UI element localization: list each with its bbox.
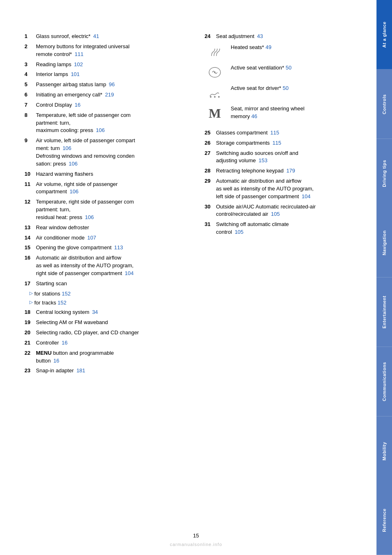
- entry-text-14: Air conditioner mode 107: [36, 234, 180, 242]
- entry-6: 6 Initiating an emergency call* 219: [24, 91, 180, 99]
- entry-text-10: Hazard warning flashers: [36, 170, 180, 178]
- entry-text-20: Selecting radio, CD player, and CD chang…: [36, 329, 180, 337]
- entry-text-13: Rear window defroster: [36, 224, 180, 232]
- entry-15: 15 Opening the glove compartment 113: [24, 244, 180, 252]
- entry-11: 11 Air volume, right side of passengerco…: [24, 181, 180, 196]
- page-ref-25[interactable]: 115: [270, 130, 279, 136]
- entry-text-1: Glass sunroof, electric* 41: [36, 33, 180, 40]
- entry-num-14: 14: [24, 234, 36, 242]
- entry-29: 29 Automatic air distribution and airflo…: [205, 177, 360, 201]
- entry-text-15: Opening the glove compartment 113: [36, 244, 180, 252]
- svg-point-3: [214, 96, 216, 98]
- entry-num-5: 5: [24, 81, 36, 89]
- sidebar-tab-entertainment[interactable]: Entertainment: [376, 278, 392, 347]
- page-ref-17a[interactable]: 152: [62, 291, 71, 297]
- page-ref-3[interactable]: 102: [74, 61, 83, 67]
- page-ref-active-vent[interactable]: 50: [285, 65, 291, 71]
- entry-13: 13 Rear window defroster: [24, 224, 180, 232]
- entry-1: 1 Glass sunroof, electric* 41: [24, 33, 180, 40]
- page-ref-22[interactable]: 16: [53, 358, 59, 364]
- active-vent-icon: [205, 64, 225, 80]
- sidebar-tab-navigation[interactable]: Navigation: [376, 208, 392, 278]
- sub-entry-17a: ▷ for stations 152: [29, 290, 180, 298]
- sub-text-17a: for stations 152: [34, 290, 71, 298]
- entry-num-26: 26: [205, 139, 216, 147]
- page-ref-15[interactable]: 113: [114, 244, 123, 251]
- svg-point-2: [210, 96, 212, 98]
- entry-text-27: Switching audio sources on/off andadjust…: [216, 150, 360, 165]
- sidebar-tab-at-a-glance[interactable]: At a glance: [376, 0, 392, 69]
- entry-4: 4 Interior lamps 101: [24, 71, 180, 78]
- page-ref-9b[interactable]: 106: [69, 161, 78, 167]
- arrow-icon-17a: ▷: [29, 290, 33, 298]
- heated-seats-text: Heated seats* 49: [231, 44, 360, 51]
- page-ref-12[interactable]: 106: [85, 214, 94, 220]
- entry-text-18: Central locking system 34: [36, 309, 180, 316]
- entry-5: 5 Passenger airbag status lamp 96: [24, 81, 180, 89]
- memory-text: Seat, mirror and steering wheelmemory 46: [231, 105, 360, 121]
- page-ref-4[interactable]: 101: [71, 71, 80, 77]
- page-ref-29[interactable]: 104: [302, 193, 311, 199]
- page-ref-24[interactable]: 43: [257, 33, 263, 39]
- page-ref-17b[interactable]: 152: [58, 300, 67, 306]
- page-ref-2[interactable]: 111: [75, 51, 84, 57]
- entry-2: 2 Memory buttons for integrated universa…: [24, 43, 180, 58]
- entry-18: 18 Central locking system 34: [24, 309, 180, 316]
- sidebar-tab-communications[interactable]: Communications: [376, 347, 392, 416]
- entry-25: 25 Glasses compartment 115: [205, 129, 360, 137]
- entry-3: 3 Reading lamps 102: [24, 61, 180, 69]
- entry-14: 14 Air conditioner mode 107: [24, 234, 180, 242]
- page-ref-26[interactable]: 115: [272, 140, 281, 146]
- entry-text-29: Automatic air distribution and airflowas…: [216, 177, 360, 201]
- sidebar: At a glance Controls Driving tips Naviga…: [376, 0, 392, 555]
- entry-8: 8 Temperature, left side of passenger co…: [24, 112, 180, 135]
- sidebar-tab-driving-tips[interactable]: Driving tips: [376, 139, 392, 208]
- page-ref-8[interactable]: 106: [96, 127, 105, 133]
- entry-text-22: MENU button and programmablebutton 16: [36, 349, 180, 365]
- page-ref-18[interactable]: 34: [92, 309, 98, 315]
- entry-24: 24 Seat adjustment 43: [205, 33, 360, 40]
- sidebar-tab-mobility[interactable]: Mobility: [376, 416, 392, 486]
- left-column: 1 Glass sunroof, electric* 41 2 Memory b…: [24, 33, 188, 530]
- entry-num-30: 30: [205, 203, 216, 219]
- entry-16: 16 Automatic air distribution and airflo…: [24, 254, 180, 278]
- entry-9: 9 Air volume, left side of passenger com…: [24, 137, 180, 168]
- page-ref-7[interactable]: 16: [75, 102, 80, 108]
- page-ref-6[interactable]: 219: [105, 92, 114, 98]
- icon-row-memory: M Seat, mirror and steering wheelmemory …: [205, 105, 360, 121]
- page-ref-11[interactable]: 106: [69, 188, 78, 195]
- page-ref-31[interactable]: 105: [235, 229, 244, 235]
- page-ref-14[interactable]: 107: [87, 235, 96, 241]
- sidebar-tab-controls[interactable]: Controls: [376, 69, 392, 139]
- entry-num-23: 23: [24, 367, 36, 375]
- page-ref-27[interactable]: 153: [258, 157, 267, 163]
- entry-num-13: 13: [24, 224, 36, 232]
- sub-text-17b: for tracks 152: [34, 299, 67, 307]
- entry-text-9: Air volume, left side of passenger compa…: [36, 137, 180, 168]
- page-ref-memory[interactable]: 46: [252, 113, 257, 119]
- entry-num-28: 28: [205, 167, 216, 175]
- page-ref-30[interactable]: 105: [271, 211, 280, 217]
- page-ref-21[interactable]: 16: [62, 340, 67, 346]
- svg-point-4: [218, 96, 220, 98]
- entry-num-21: 21: [24, 339, 36, 347]
- page-ref-16[interactable]: 104: [125, 270, 134, 276]
- page-ref-5[interactable]: 96: [109, 81, 115, 87]
- icon-row-heated-seats: Heated seats* 49: [205, 44, 360, 59]
- entry-23: 23 Snap-in adapter 181: [24, 367, 180, 375]
- page-ref-1[interactable]: 41: [93, 33, 99, 39]
- page-ref-23[interactable]: 181: [76, 367, 85, 374]
- entry-text-17: Starting scan: [36, 280, 180, 288]
- sidebar-tab-reference[interactable]: Reference: [376, 486, 392, 555]
- entry-text-7: Control Display 16: [36, 101, 180, 109]
- page-ref-active-driver[interactable]: 50: [283, 85, 288, 91]
- entry-num-29: 29: [205, 177, 216, 201]
- page-ref-heated[interactable]: 49: [265, 44, 271, 50]
- entry-text-3: Reading lamps 102: [36, 61, 180, 69]
- entry-num-16: 16: [24, 254, 36, 278]
- entry-text-2: Memory buttons for integrated universalr…: [36, 43, 180, 58]
- page-ref-28[interactable]: 179: [286, 168, 295, 174]
- page-ref-9a[interactable]: 106: [62, 145, 71, 151]
- entry-num-20: 20: [24, 329, 36, 337]
- sub-entry-17b: ▷ for tracks 152: [29, 299, 180, 307]
